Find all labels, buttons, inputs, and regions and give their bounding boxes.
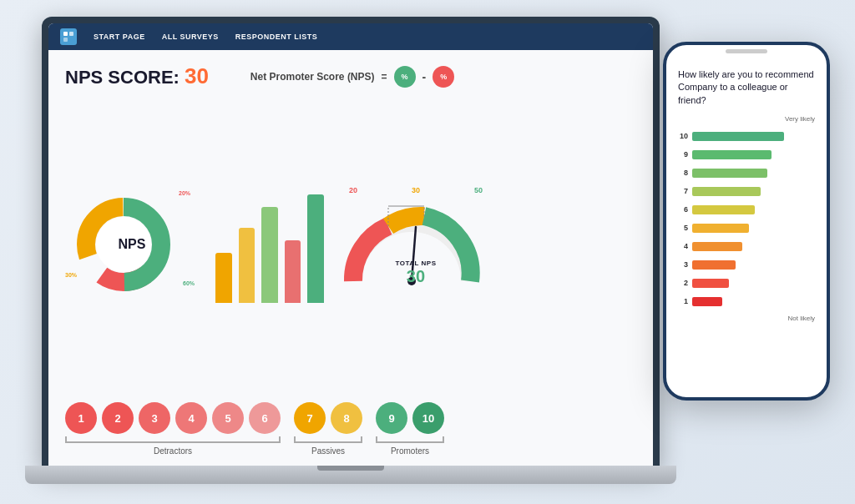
phone: How likely are you to recommend Company …: [663, 42, 830, 401]
passives-label: Passives: [311, 446, 345, 456]
gauge-chart: 20 30 50: [341, 186, 491, 303]
phone-not-likely: Not likely: [678, 315, 815, 322]
donut-pct-right: 60%: [183, 280, 195, 286]
nps-score-label: NPS SCORE:: [65, 67, 180, 88]
nav-start-page[interactable]: START PAGE: [94, 33, 145, 41]
gauge-labels: 20 30 50: [349, 186, 483, 194]
gauge-label-50: 50: [474, 186, 483, 194]
phone-question: How likely are you to recommend Company …: [678, 68, 815, 107]
phone-rating-9: 9: [678, 148, 815, 161]
laptop-body: [25, 466, 676, 484]
phone-rating-7: 7: [678, 184, 815, 198]
rating-section: 1 2 3 4 5 6 Detractors: [65, 402, 636, 456]
donut-pct-left: 30%: [65, 272, 77, 278]
bar-chart: [215, 186, 324, 303]
formula-pct-red: %: [433, 66, 454, 88]
charts-row: NPS 20% 30% 60%: [65, 99, 636, 389]
phone-content: How likely are you to recommend Company …: [666, 60, 827, 397]
promoters-circles: 9 10: [376, 402, 444, 434]
phone-rating-1: 1: [678, 295, 815, 308]
nav-logo: [60, 28, 77, 45]
phone-notch-bar: [726, 49, 767, 53]
nav-respondent-lists[interactable]: RESPONDENT LISTS: [235, 33, 318, 41]
svg-rect-2: [63, 38, 68, 42]
nav-bar: START PAGE ALL SURVEYS RESPONDENT LISTS: [48, 23, 653, 50]
phone-rating-8: 8: [678, 166, 815, 179]
formula-minus: -: [422, 70, 427, 83]
nps-score-value: 30: [185, 63, 209, 89]
rating-3: 3: [139, 402, 170, 434]
rating-7: 7: [294, 402, 326, 434]
bar-2: [239, 228, 255, 303]
phone-rating-2: 2: [678, 276, 815, 290]
bar-4: [285, 240, 301, 303]
laptop-screen: START PAGE ALL SURVEYS RESPONDENT LISTS …: [48, 23, 653, 469]
rating-2: 2: [102, 402, 134, 434]
nav-all-surveys[interactable]: ALL SURVEYS: [162, 33, 219, 41]
header-row: NPS SCORE: 30 Net Promoter Score (NPS) =…: [65, 63, 636, 89]
phone-rating-4: 4: [678, 239, 815, 253]
svg-rect-0: [63, 32, 68, 36]
phone-rating-6: 6: [678, 203, 815, 216]
donut-center-label: NPS: [119, 237, 146, 252]
phone-notch: [666, 45, 827, 60]
laptop: START PAGE ALL SURVEYS RESPONDENT LISTS …: [25, 17, 676, 484]
phone-very-likely: Very likely: [678, 115, 815, 123]
scene: START PAGE ALL SURVEYS RESPONDENT LISTS …: [0, 0, 855, 504]
donut-pct-top: 20%: [179, 190, 190, 196]
gauge-total-value: 30: [396, 267, 437, 286]
passives-circles: 7 8: [294, 402, 362, 434]
donut-chart: NPS 20% 30% 60%: [65, 186, 199, 303]
bar-1: [215, 253, 232, 303]
detractors-label: Detractors: [154, 446, 192, 456]
main-content: NPS SCORE: 30 Net Promoter Score (NPS) =…: [48, 50, 653, 469]
rating-10: 10: [412, 402, 444, 434]
bar-3: [261, 207, 278, 303]
rating-8: 8: [331, 402, 362, 434]
rating-1: 1: [65, 402, 97, 434]
detractors-group: 1 2 3 4 5 6 Detractors: [65, 402, 281, 456]
rating-9: 9: [376, 402, 407, 434]
nps-formula: Net Promoter Score (NPS) = % - %: [250, 66, 454, 88]
phone-rating-5: 5: [678, 221, 815, 234]
detractors-circles: 1 2 3 4 5 6: [65, 402, 281, 434]
phone-rating-3: 3: [678, 258, 815, 271]
promoters-group: 9 10 Promoters: [376, 402, 444, 456]
rating-5: 5: [212, 402, 244, 434]
gauge-label-30: 30: [412, 186, 420, 194]
formula-label: Net Promoter Score (NPS): [250, 71, 375, 83]
formula-pct-green: %: [394, 66, 416, 88]
phone-rating-10: 10: [678, 129, 815, 143]
rating-4: 4: [175, 402, 207, 434]
gauge-total: TOTAL NPS 30: [396, 260, 437, 286]
laptop-screen-outer: START PAGE ALL SURVEYS RESPONDENT LISTS …: [42, 17, 660, 469]
formula-eq: =: [382, 71, 387, 83]
gauge-total-label: TOTAL NPS: [396, 260, 437, 267]
svg-rect-1: [69, 32, 73, 36]
passives-group: 7 8 Passives: [294, 402, 362, 456]
promoters-label: Promoters: [391, 446, 429, 456]
rating-6: 6: [249, 402, 281, 434]
gauge-label-20: 20: [349, 186, 357, 194]
bar-5: [307, 194, 324, 303]
